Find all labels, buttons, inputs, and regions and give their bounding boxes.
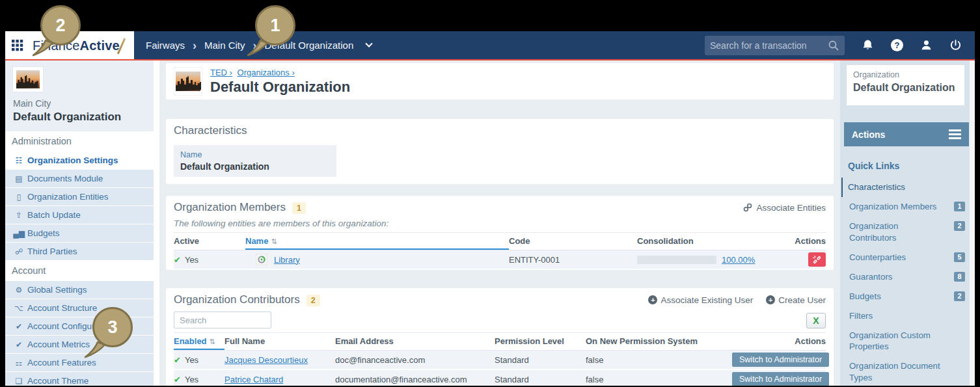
name-field-label: Name — [180, 150, 330, 159]
organization-thumbnail — [13, 67, 43, 92]
associate-entities-link[interactable]: Associate Entities — [743, 203, 826, 213]
sidebar-item-global-settings[interactable]: ⚙ Global Settings — [5, 281, 154, 299]
consolidation-progress-bar — [637, 256, 716, 264]
column-header-active[interactable]: Active — [174, 233, 245, 250]
column-header-actions[interactable]: Actions — [732, 333, 826, 350]
contributors-title: Organization Contributors2 — [174, 293, 320, 306]
page-title: Default Organization — [210, 79, 350, 96]
dissociate-entity-button[interactable] — [808, 252, 826, 267]
email-value: documentation@financeactive.com — [335, 375, 495, 384]
notifications-bell-icon[interactable] — [862, 39, 874, 51]
quick-link-counterparties[interactable]: Counterparties 5 — [848, 248, 965, 267]
contributors-search-input[interactable] — [174, 312, 271, 328]
page-header-panel: TED › Organizations › Default Organizati… — [166, 63, 834, 100]
sort-icon: ⇅ — [210, 338, 215, 345]
column-header-full-name[interactable]: Full Name — [225, 333, 335, 350]
callout-number: 2 — [55, 16, 65, 35]
sidebar-item-organization-entities[interactable]: ▯ Organization Entities — [5, 188, 154, 206]
count-badge: 8 — [954, 272, 965, 282]
export-excel-button[interactable]: X — [806, 313, 826, 328]
breadcrumb-main-city[interactable]: Main City — [204, 40, 245, 51]
features-icon: ⚏ — [12, 358, 26, 367]
hierarchy-icon: ⌥ — [12, 304, 26, 313]
search-input[interactable] — [710, 40, 828, 51]
sitemap-icon: ☷ — [12, 156, 26, 165]
quick-link-budgets[interactable]: Budgets 2 — [848, 287, 965, 306]
gear-icon: ⚙ — [12, 286, 26, 295]
breadcrumb-fairways[interactable]: Fairways — [146, 40, 185, 51]
contributor-name-link[interactable]: Patrice Chatard — [225, 375, 283, 384]
count-badge: 2 — [954, 221, 965, 231]
document-icon: ▤ — [12, 174, 26, 183]
code-value: ENTITY-0001 — [509, 255, 637, 265]
sidebar-item-third-parties[interactable]: ☍ Third Parties — [5, 243, 154, 261]
top-navbar: FinanceActive Fairways › Main City › Def… — [5, 31, 975, 59]
quick-link-guarantors[interactable]: Guarantors 8 — [848, 267, 965, 287]
column-header-name[interactable]: Name⇅ — [245, 233, 509, 250]
characteristics-title: Characteristics — [174, 124, 826, 137]
contributor-table-row: ✔Yes Patrice Chatard documentation@finan… — [174, 370, 826, 386]
context-label: Main City — [13, 98, 146, 109]
configuration-icon: ✔ — [12, 322, 26, 331]
check-icon: ✔ — [174, 375, 181, 384]
quick-link-filters[interactable]: Filters — [848, 306, 965, 326]
quick-link-characteristics[interactable]: Characteristics — [841, 178, 965, 197]
quick-link-organization-custom-properties[interactable]: Organization Custom Properties — [848, 326, 965, 357]
entity-logo-icon — [256, 254, 267, 265]
column-header-email-address[interactable]: Email Address — [335, 333, 495, 350]
help-icon[interactable]: ? — [891, 39, 903, 51]
user-account-icon[interactable] — [920, 39, 932, 51]
search-icon[interactable] — [828, 40, 839, 51]
member-table-row: ✔Yes Library ENTITY-0001 100.00% — [174, 250, 826, 270]
members-count-badge: 1 — [292, 202, 306, 214]
sidebar-item-batch-update[interactable]: ⇧ Batch Update — [5, 206, 154, 224]
sidebar-item-organization-settings[interactable]: ☷ Organization Settings — [5, 152, 154, 170]
app-launcher-grid-icon[interactable] — [12, 40, 23, 51]
actions-menu-button[interactable]: Actions — [844, 122, 969, 146]
quick-link-organization-contributors[interactable]: Organization Contributors 2 — [848, 217, 965, 248]
switch-to-administrator-button[interactable]: Switch to Administrator — [732, 372, 829, 386]
right-sidebar: Organization Default Organization Action… — [840, 60, 970, 386]
characteristics-panel: Characteristics Name Default Organizatio… — [166, 119, 834, 184]
callout-balloon-2: 2 — [31, 3, 87, 62]
switch-to-administrator-button[interactable]: Switch to Administrator — [732, 353, 829, 367]
column-header-permission-level[interactable]: Permission Level — [495, 333, 586, 350]
name-field: Name Default Organization — [174, 145, 336, 177]
sidebar-section-account: Account — [5, 261, 154, 281]
sidebar-item-budgets[interactable]: ▄▆ Budgets — [5, 224, 154, 243]
logout-power-icon[interactable] — [949, 39, 962, 51]
quick-link-organization-members[interactable]: Organization Members 1 — [848, 197, 965, 217]
column-header-enabled[interactable]: Enabled⇅ — [174, 333, 225, 350]
quick-link-organization-document-types[interactable]: Organization Document Types — [848, 356, 965, 386]
create-user-link[interactable]: +Create User — [766, 295, 826, 305]
column-header-on-new-permission-system[interactable]: On New Permission System — [586, 333, 732, 350]
chevron-down-icon[interactable] — [366, 40, 373, 47]
transaction-search[interactable] — [705, 36, 845, 55]
associate-existing-user-link[interactable]: +Associate Existing User — [648, 295, 753, 305]
organization-photo-thumbnail — [174, 67, 202, 96]
chain-link-icon — [743, 203, 752, 212]
organization-card-label: Organization — [853, 70, 958, 79]
sort-icon: ⇅ — [271, 237, 277, 245]
count-badge: 2 — [954, 291, 965, 301]
breadcrumb-ted-link[interactable]: TED › — [210, 68, 232, 77]
sidebar-item-documents-module[interactable]: ▤ Documents Module — [5, 170, 154, 188]
consolidation-link[interactable]: 100.00% — [722, 255, 755, 265]
bar-chart-icon: ▄▆ — [12, 229, 26, 238]
upload-icon: ⇧ — [12, 211, 26, 220]
email-value: doc@financeactive.com — [335, 355, 495, 365]
breadcrumb-organizations-link[interactable]: Organizations › — [238, 68, 295, 77]
column-header-consolidation[interactable]: Consolidation — [637, 233, 774, 250]
sidebar-context-block: Main City Default Organization — [5, 60, 154, 131]
count-badge: 5 — [954, 252, 965, 262]
contributor-name-link[interactable]: Jacques Descourtieux — [225, 355, 308, 365]
organization-context-card: Organization Default Organization — [847, 65, 964, 105]
new-permission-system-value: false — [586, 375, 732, 384]
sidebar-divider — [154, 60, 159, 386]
column-header-code[interactable]: Code — [509, 233, 637, 250]
new-permission-system-value: false — [586, 355, 732, 365]
column-header-actions[interactable]: Actions — [774, 233, 826, 250]
scrollbar-track[interactable] — [970, 60, 975, 386]
entity-link[interactable]: Library — [274, 255, 300, 265]
sidebar-item-account-theme[interactable]: ❏ Account Theme — [5, 372, 154, 386]
